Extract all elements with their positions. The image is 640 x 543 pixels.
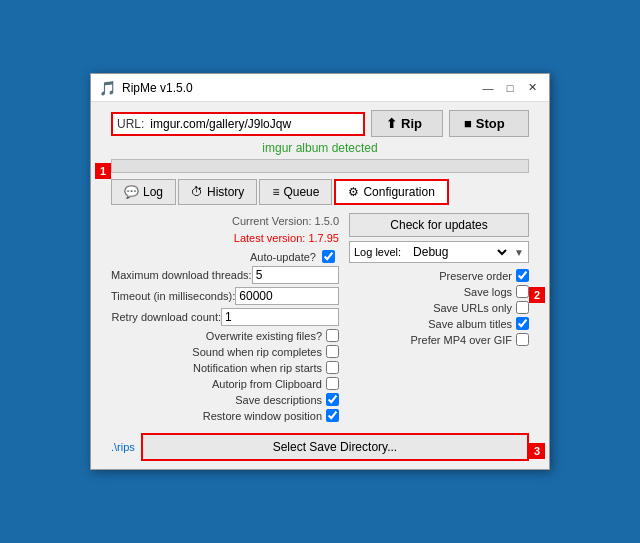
save-urls-checkbox[interactable] — [516, 301, 529, 314]
max-threads-input[interactable] — [252, 266, 339, 284]
save-urls-label: Save URLs only — [433, 302, 512, 314]
maximize-button[interactable]: □ — [501, 79, 519, 97]
log-icon: 💬 — [124, 185, 139, 199]
save-desc-checkbox[interactable] — [326, 393, 339, 406]
check-updates-button[interactable]: Check for updates — [349, 213, 529, 237]
retry-input[interactable] — [221, 308, 339, 326]
check-autorip: Autorip from Clipboard — [111, 377, 339, 390]
config-right: Check for updates Log level: Debug Info … — [349, 213, 529, 425]
sound-label: Sound when rip completes — [111, 346, 322, 358]
auto-update-row: Auto-update? — [111, 250, 339, 263]
progress-bar — [111, 159, 529, 173]
right-checks: Preserve order Save logs Save URLs only … — [349, 269, 529, 346]
preserve-order-checkbox[interactable] — [516, 269, 529, 282]
max-threads-row: Maximum download threads: — [111, 266, 339, 284]
stop-button[interactable]: ■ Stop — [449, 110, 529, 137]
auto-update-label: Auto-update? — [111, 251, 316, 263]
url-row: URL: ⬆ Rip ■ Stop — [111, 110, 529, 137]
window-title: RipMe v1.5.0 — [122, 81, 193, 95]
save-desc-label: Save descriptions — [111, 394, 322, 406]
select-save-dir-button[interactable]: Select Save Directory... — [141, 433, 529, 461]
tab-history[interactable]: ⏱ History — [178, 179, 257, 205]
status-text: imgur album detected — [111, 141, 529, 155]
config-left: Current Version: 1.5.0 Latest version: 1… — [111, 213, 339, 425]
badge-3: 3 — [529, 443, 545, 459]
close-button[interactable]: ✕ — [523, 79, 541, 97]
tab-configuration[interactable]: ⚙ Configuration — [334, 179, 448, 205]
notification-checkbox[interactable] — [326, 361, 339, 374]
rip-button[interactable]: ⬆ Rip — [371, 110, 443, 137]
timeout-label: Timeout (in milliseconds): — [111, 290, 235, 302]
tab-queue[interactable]: ≡ Queue — [259, 179, 332, 205]
tab-queue-label: Queue — [283, 185, 319, 199]
version-info: Current Version: 1.5.0 Latest version: 1… — [111, 213, 339, 246]
prefer-mp4-label: Prefer MP4 over GIF — [411, 334, 512, 346]
config-icon: ⚙ — [348, 185, 359, 199]
badge-1: 1 — [95, 163, 111, 179]
log-level-label: Log level: — [350, 244, 405, 260]
content-area: 1 URL: ⬆ Rip ■ Stop imgur album detected… — [91, 102, 549, 469]
tab-log-label: Log — [143, 185, 163, 199]
config-panel: Current Version: 1.5.0 Latest version: 1… — [111, 213, 529, 425]
check-overwrite: Overwrite existing files? — [111, 329, 339, 342]
save-album-titles-label: Save album titles — [428, 318, 512, 330]
current-version-label: Current Version: — [232, 215, 311, 227]
restore-window-checkbox[interactable] — [326, 409, 339, 422]
preserve-order-label: Preserve order — [439, 270, 512, 282]
title-bar: 🎵 RipMe v1.5.0 — □ ✕ — [91, 74, 549, 102]
check-save-logs: Save logs — [349, 285, 529, 298]
tab-history-label: History — [207, 185, 244, 199]
rip-icon: ⬆ — [386, 116, 397, 131]
check-save-album-titles: Save album titles — [349, 317, 529, 330]
retry-row: Retry download count: — [111, 308, 339, 326]
title-bar-left: 🎵 RipMe v1.5.0 — [99, 80, 193, 96]
timeout-row: Timeout (in milliseconds): — [111, 287, 339, 305]
url-input-wrapper: URL: — [111, 112, 365, 136]
retry-label: Retry download count: — [111, 311, 221, 323]
auto-update-checkbox[interactable] — [322, 250, 335, 263]
current-version-value: 1.5.0 — [315, 215, 339, 227]
url-input[interactable] — [148, 114, 363, 134]
stop-icon: ■ — [464, 116, 472, 131]
timeout-input[interactable] — [235, 287, 339, 305]
notification-label: Notification when rip starts — [111, 362, 322, 374]
check-save-urls: Save URLs only — [349, 301, 529, 314]
overwrite-checkbox[interactable] — [326, 329, 339, 342]
badge-2: 2 — [529, 287, 545, 303]
bottom-row: .\rips Select Save Directory... — [111, 433, 529, 461]
autorip-label: Autorip from Clipboard — [111, 378, 322, 390]
tab-log[interactable]: 💬 Log — [111, 179, 176, 205]
prefer-mp4-checkbox[interactable] — [516, 333, 529, 346]
log-level-row: Log level: Debug Info Warning Error ▼ — [349, 241, 529, 263]
check-notification: Notification when rip starts — [111, 361, 339, 374]
check-preserve-order: Preserve order — [349, 269, 529, 282]
save-logs-label: Save logs — [464, 286, 512, 298]
check-restore-window: Restore window position — [111, 409, 339, 422]
check-save-desc: Save descriptions — [111, 393, 339, 406]
app-icon: 🎵 — [99, 80, 116, 96]
latest-version-value: 1.7.95 — [308, 232, 339, 244]
log-level-select[interactable]: Debug Info Warning Error — [405, 242, 510, 262]
rip-label: Rip — [401, 116, 422, 131]
minimize-button[interactable]: — — [479, 79, 497, 97]
history-icon: ⏱ — [191, 185, 203, 199]
tab-config-label: Configuration — [363, 185, 434, 199]
tabs-row: 💬 Log ⏱ History ≡ Queue ⚙ Configuration — [111, 179, 529, 205]
save-dir-path: .\rips — [111, 441, 135, 453]
app-window: 🎵 RipMe v1.5.0 — □ ✕ 1 URL: ⬆ Rip ■ Stop — [90, 73, 550, 470]
save-album-titles-checkbox[interactable] — [516, 317, 529, 330]
queue-icon: ≡ — [272, 185, 279, 199]
overwrite-label: Overwrite existing files? — [111, 330, 322, 342]
check-prefer-mp4: Prefer MP4 over GIF — [349, 333, 529, 346]
stop-label: Stop — [476, 116, 505, 131]
latest-version-label: Latest version: — [234, 232, 306, 244]
check-sound: Sound when rip completes — [111, 345, 339, 358]
max-threads-label: Maximum download threads: — [111, 269, 252, 281]
title-controls: — □ ✕ — [479, 79, 541, 97]
save-logs-checkbox[interactable] — [516, 285, 529, 298]
url-label: URL: — [113, 115, 148, 133]
autorip-checkbox[interactable] — [326, 377, 339, 390]
sound-checkbox[interactable] — [326, 345, 339, 358]
restore-window-label: Restore window position — [111, 410, 322, 422]
log-level-arrow-icon: ▼ — [510, 245, 528, 260]
